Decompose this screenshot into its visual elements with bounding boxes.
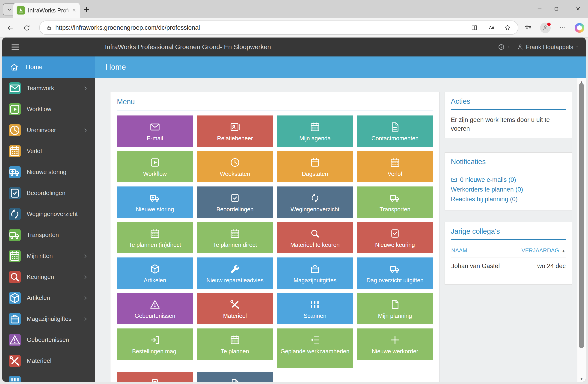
sidebar-item-magazijnuitgiftes[interactable]: Magazijnuitgiftes [2,308,95,329]
tile-materieel-te-keuren[interactable]: Materieel te keuren [277,222,353,253]
tile-bestellingen-mag[interactable]: Bestellingen mag. [117,328,193,360]
play-square-icon [9,103,21,115]
hamburger-menu-icon[interactable] [12,44,19,50]
sidebar-item-materieel[interactable]: Materieel [2,350,95,371]
tile-label: Nieuw reparatieadvies [204,277,266,284]
split-screen-icon[interactable] [471,24,478,31]
chevron-right-icon [83,254,88,259]
collections-icon[interactable] [524,24,532,32]
sidebar-item-teamwork[interactable]: Teamwork [2,78,95,99]
new-tab-button[interactable] [81,4,92,15]
chevron-down-icon [6,6,12,12]
tile-relatiebeheer[interactable]: Relatiebeheer [197,116,273,147]
play-square-icon [149,157,161,168]
favorite-star-icon[interactable] [504,24,511,31]
tile-mijn-planning[interactable]: Mijn planning [357,293,433,324]
calendar-plain-icon [310,157,320,168]
sidebar-item-wegingenoverzicht[interactable]: Wegingenoverzicht [2,203,95,224]
sidebar-item-keuringen[interactable]: Keuringen [2,266,95,287]
tile-te-plannen-in-direct[interactable]: Te plannen (in)direct [117,222,193,253]
window-maximize-button[interactable] [548,0,565,18]
copilot-icon[interactable] [575,23,584,33]
tile-dag-overzicht-uitgiften[interactable]: Dag overzicht uitgiften [357,258,433,289]
tile-te-plannen[interactable]: Te plannen [197,328,273,360]
url-text[interactable]: https://infraworks.groenengroep.com/dc/p… [55,24,471,31]
scroll-down-icon[interactable]: ▼ [580,377,584,381]
notification-link-0-nieuwe-e-mails-0[interactable]: 0 nieuwe e-mails (0) [451,175,566,185]
browser-tab[interactable]: InfraWorks Professional - Groener [13,3,80,18]
tile-scannen[interactable]: Scannen [277,293,353,324]
tile-te-plannen-direct[interactable]: Te plannen direct [197,222,273,253]
notification-links: 0 nieuwe e-mails (0)Werkorders te planne… [451,175,566,204]
notification-link-werkorders-te-plannen-0[interactable]: Werkorders te plannen (0) [451,185,566,194]
tile-mijn-agenda[interactable]: Mijn agenda [277,116,353,147]
tile-gebeurtenissen[interactable]: Gebeurtenissen [117,293,193,324]
sidebar-item-mijn-ritten[interactable]: Mijn ritten [2,245,95,266]
tile-nieuwe-werkorder[interactable]: Nieuwe werkorder [357,328,433,360]
tile-beoordelingen[interactable]: Beoordelingen [197,186,273,218]
tile-item[interactable] [197,372,273,382]
tile-verlof[interactable]: Verlof [357,151,433,182]
sidebar-item-ureninvoer[interactable]: Ureninvoer [2,120,95,141]
sidebar-item-nieuwe-storing[interactable]: Nieuwe storing [2,162,95,182]
notification-link-label: Werkorders te plannen (0) [451,185,523,194]
window-close-button[interactable] [570,0,586,18]
tile-e-mail[interactable]: E-mail [117,116,193,147]
search-icon [9,271,21,283]
window-minimize-button[interactable] [531,0,548,18]
sidebar-item-item[interactable] [2,371,95,382]
heading-rule [451,170,566,170]
tile-label: Mijn agenda [296,135,334,142]
tile-workflow[interactable]: Workflow [117,151,193,182]
user-menu[interactable]: Frank Houtappels [517,43,579,51]
refresh-button[interactable] [21,22,32,34]
tile-materieel[interactable]: Materieel [197,293,273,324]
page-scrollbar[interactable]: ▲ ▼ [577,78,586,382]
read-aloud-icon[interactable] [487,24,494,31]
lock-icon[interactable] [46,25,52,31]
tile-label: E-mail [144,135,166,142]
tab-close-icon[interactable] [71,8,77,13]
sidebar-item-beoordelingen[interactable]: Beoordelingen [2,182,95,203]
profile-avatar[interactable] [540,22,551,33]
user-icon [517,43,524,50]
sidebar-item-home[interactable]: Home [2,57,95,78]
barcode-icon [310,299,320,310]
column-header-verjaardag[interactable]: VERJAARDAG▲ [521,247,566,254]
file-blank-icon [230,378,240,382]
scrollbar-thumb[interactable] [579,83,584,348]
tile-transporten[interactable]: Transporten [357,186,433,218]
menu-heading: Menu [117,98,433,106]
sort-up-icon: ▲ [561,248,566,253]
tile-magazijnuitgiftes[interactable]: Magazijnuitgiftes [277,258,353,289]
back-button[interactable] [5,22,16,34]
tile-nieuwe-storing[interactable]: Nieuwe storing [117,186,193,218]
tile-nieuw-reparatieadvies[interactable]: Nieuw reparatieadvies [197,258,273,289]
sidebar-item-verlof[interactable]: Verlof [2,141,95,162]
tile-label: Transporten [377,206,413,213]
tile-weekstaten[interactable]: Weekstaten [197,151,273,182]
address-bar[interactable]: https://infraworks.groenengroep.com/dc/p… [39,20,518,35]
tile-dagstaten[interactable]: Dagstaten [277,151,353,182]
cube-icon [9,292,21,304]
notification-link-label: 0 nieuwe e-mails (0) [460,175,516,185]
page-title: Home [95,57,586,78]
tile-geplande-werkzaamheden[interactable]: Geplande werkzaamheden [277,328,353,368]
sidebar-item-transporten[interactable]: Transporten [2,224,95,245]
sidebar-item-workflow[interactable]: Workflow [2,99,95,120]
tile-artikelen[interactable]: Artikelen [117,258,193,289]
clock-icon [9,124,21,136]
info-dropdown[interactable] [498,43,510,50]
outdent-icon [310,334,320,346]
tile-item[interactable] [117,372,193,382]
tile-nieuwe-keuring[interactable]: Nieuwe keuring [357,222,433,253]
info-icon [498,43,505,50]
column-header-naam[interactable]: NAAM [451,247,467,254]
tile-contactmomenten[interactable]: Contactmomenten [357,116,433,147]
notification-link-reacties-bij-planning-0[interactable]: Reacties bij planning (0) [451,194,566,204]
sidebar-item-gebeurtenissen[interactable]: Gebeurtenissen [2,329,95,350]
jarige-heading: Jarige collega's [451,227,566,236]
tile-wegingenoverzicht[interactable]: Wegingenoverzicht [277,186,353,218]
browser-menu-icon[interactable] [559,24,566,32]
sidebar-item-artikelen[interactable]: Artikelen [2,287,95,308]
